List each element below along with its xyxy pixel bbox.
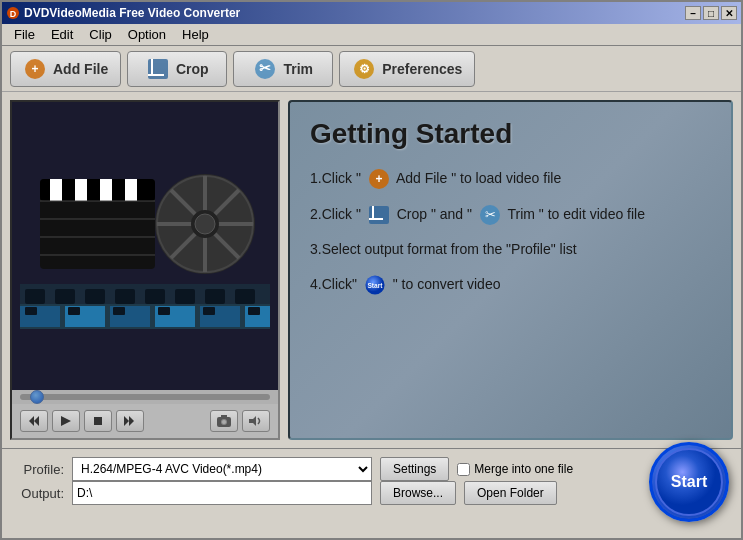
svg-text:✂: ✂ xyxy=(259,60,271,76)
svg-text:+: + xyxy=(31,62,38,76)
trim-svg: ✂ xyxy=(253,57,277,81)
merge-label: Merge into one file xyxy=(474,462,573,476)
seek-bar[interactable] xyxy=(12,390,278,404)
svg-point-60 xyxy=(222,420,226,424)
start-label: Start xyxy=(671,473,708,490)
getting-started-panel: Getting Started 1.Click " + Add File " t… xyxy=(288,100,733,440)
svg-rect-17 xyxy=(145,289,165,304)
rewind-button[interactable] xyxy=(20,410,48,432)
trim-inline-icon: ✂ xyxy=(479,205,501,225)
svg-point-38 xyxy=(195,214,215,234)
svg-marker-62 xyxy=(249,416,256,426)
step4-start-icon: Start xyxy=(361,274,389,296)
merge-checkbox[interactable] xyxy=(457,463,470,476)
add-file-label: Add File xyxy=(53,61,108,77)
crop-button[interactable]: Crop xyxy=(127,51,227,87)
svg-rect-19 xyxy=(205,289,225,304)
svg-text:Start: Start xyxy=(367,282,383,289)
svg-rect-25 xyxy=(100,179,112,201)
transport-controls xyxy=(20,410,144,432)
svg-rect-14 xyxy=(55,289,75,304)
profile-label: Profile: xyxy=(14,462,64,477)
menu-file[interactable]: File xyxy=(6,25,43,44)
step1-icon: + xyxy=(365,168,393,190)
settings-button[interactable]: Settings xyxy=(380,457,449,481)
close-button[interactable]: ✕ xyxy=(721,6,737,20)
svg-rect-24 xyxy=(75,179,87,201)
add-file-button[interactable]: + Add File xyxy=(10,51,121,87)
svg-marker-54 xyxy=(61,416,71,426)
add-file-inline-icon: + xyxy=(366,168,392,190)
rewind-icon xyxy=(28,416,40,426)
screenshot-button[interactable] xyxy=(210,410,238,432)
media-graphic xyxy=(20,164,270,329)
menu-edit[interactable]: Edit xyxy=(43,25,81,44)
preferences-svg: ⚙ xyxy=(352,57,376,81)
svg-rect-20 xyxy=(235,289,255,304)
preferences-icon: ⚙ xyxy=(352,57,376,81)
add-file-svg: + xyxy=(23,57,47,81)
svg-rect-48 xyxy=(113,307,125,315)
trim-label: Trim xyxy=(283,61,313,77)
step1-text: 1.Click " + Add File " to load video fil… xyxy=(310,168,561,190)
merge-checkbox-label: Merge into one file xyxy=(457,462,573,476)
video-display xyxy=(12,102,278,390)
instruction-4: 4.Click" Start xyxy=(310,274,711,296)
volume-button[interactable] xyxy=(242,410,270,432)
output-label: Output: xyxy=(14,486,64,501)
forward-icon xyxy=(124,416,136,426)
step3-text: 3.Select output format from the "Profile… xyxy=(310,240,577,260)
preferences-label: Preferences xyxy=(382,61,462,77)
trim-button[interactable]: ✂ Trim xyxy=(233,51,333,87)
svg-rect-23 xyxy=(50,179,62,201)
svg-marker-53 xyxy=(29,416,34,426)
svg-rect-61 xyxy=(221,415,227,418)
stop-button[interactable] xyxy=(84,410,112,432)
output-row: Output: Browse... Open Folder xyxy=(14,481,729,505)
title-bar: D DVDVideoMedia Free Video Converter – □… xyxy=(2,2,741,24)
bottom-section: Profile: H.264/MPEG-4 AVC Video(*.mp4) S… xyxy=(2,448,741,538)
svg-rect-46 xyxy=(25,307,37,315)
output-input[interactable] xyxy=(72,481,372,505)
stop-icon xyxy=(93,416,103,426)
open-folder-button[interactable]: Open Folder xyxy=(464,481,557,505)
svg-rect-49 xyxy=(158,307,170,315)
svg-marker-57 xyxy=(129,416,134,426)
profile-select[interactable]: H.264/MPEG-4 AVC Video(*.mp4) xyxy=(72,457,372,481)
seek-thumb[interactable] xyxy=(30,390,44,404)
svg-rect-16 xyxy=(115,289,135,304)
play-button[interactable] xyxy=(52,410,80,432)
menu-clip[interactable]: Clip xyxy=(81,25,119,44)
svg-marker-52 xyxy=(34,416,39,426)
browse-button[interactable]: Browse... xyxy=(380,481,456,505)
menu-bar: File Edit Clip Option Help xyxy=(2,24,741,46)
crop-icon xyxy=(146,57,170,81)
app-icon: D xyxy=(6,6,20,20)
preferences-button[interactable]: ⚙ Preferences xyxy=(339,51,475,87)
playback-controls xyxy=(12,404,278,438)
menu-option[interactable]: Option xyxy=(120,25,174,44)
camera-icon xyxy=(217,415,231,427)
crop-label: Crop xyxy=(176,61,209,77)
svg-rect-15 xyxy=(85,289,105,304)
svg-text:✂: ✂ xyxy=(484,207,495,222)
profile-row: Profile: H.264/MPEG-4 AVC Video(*.mp4) S… xyxy=(14,457,729,481)
step2-crop-icon xyxy=(365,204,393,226)
window-title: DVDVideoMedia Free Video Converter xyxy=(24,6,240,20)
toolbar: + Add File Crop ✂ Trim xyxy=(2,46,741,92)
minimize-button[interactable]: – xyxy=(685,6,701,20)
maximize-button[interactable]: □ xyxy=(703,6,719,20)
speaker-icon xyxy=(249,415,263,427)
start-button[interactable]: Start xyxy=(649,442,729,522)
svg-marker-56 xyxy=(124,416,129,426)
svg-text:D: D xyxy=(10,9,17,19)
title-bar-title: D DVDVideoMedia Free Video Converter xyxy=(6,6,240,20)
step4-text: 4.Click" Start xyxy=(310,274,500,296)
media-controls xyxy=(210,410,270,432)
title-bar-controls: – □ ✕ xyxy=(685,6,737,20)
svg-rect-18 xyxy=(175,289,195,304)
menu-help[interactable]: Help xyxy=(174,25,217,44)
getting-started-title: Getting Started xyxy=(310,118,711,150)
forward-button[interactable] xyxy=(116,410,144,432)
main-window: D DVDVideoMedia Free Video Converter – □… xyxy=(0,0,743,540)
